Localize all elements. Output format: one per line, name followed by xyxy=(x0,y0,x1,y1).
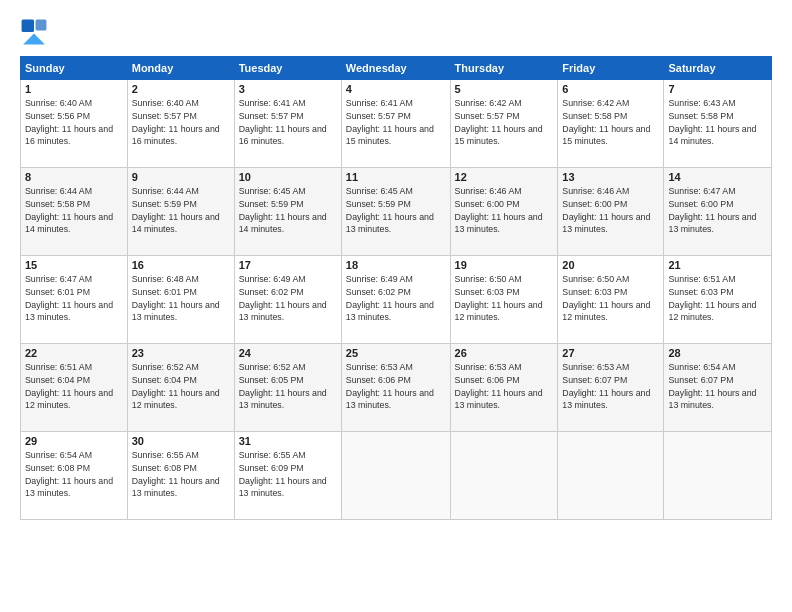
calendar-cell: 30 Sunrise: 6:55 AMSunset: 6:08 PMDaylig… xyxy=(127,432,234,520)
weekday-header-tuesday: Tuesday xyxy=(234,57,341,80)
calendar-week-5: 29 Sunrise: 6:54 AMSunset: 6:08 PMDaylig… xyxy=(21,432,772,520)
day-number: 23 xyxy=(132,347,230,359)
day-info: Sunrise: 6:47 AMSunset: 6:01 PMDaylight:… xyxy=(25,274,113,322)
calendar-cell xyxy=(664,432,772,520)
day-number: 27 xyxy=(562,347,659,359)
day-info: Sunrise: 6:43 AMSunset: 5:58 PMDaylight:… xyxy=(668,98,756,146)
calendar-cell: 3 Sunrise: 6:41 AMSunset: 5:57 PMDayligh… xyxy=(234,80,341,168)
calendar-cell: 27 Sunrise: 6:53 AMSunset: 6:07 PMDaylig… xyxy=(558,344,664,432)
svg-rect-1 xyxy=(36,20,47,31)
day-info: Sunrise: 6:44 AMSunset: 5:59 PMDaylight:… xyxy=(132,186,220,234)
calendar-cell: 29 Sunrise: 6:54 AMSunset: 6:08 PMDaylig… xyxy=(21,432,128,520)
day-number: 19 xyxy=(455,259,554,271)
calendar-cell: 25 Sunrise: 6:53 AMSunset: 6:06 PMDaylig… xyxy=(341,344,450,432)
day-number: 28 xyxy=(668,347,767,359)
calendar-cell: 7 Sunrise: 6:43 AMSunset: 5:58 PMDayligh… xyxy=(664,80,772,168)
weekday-header-row: SundayMondayTuesdayWednesdayThursdayFrid… xyxy=(21,57,772,80)
day-info: Sunrise: 6:45 AMSunset: 5:59 PMDaylight:… xyxy=(239,186,327,234)
calendar-cell: 18 Sunrise: 6:49 AMSunset: 6:02 PMDaylig… xyxy=(341,256,450,344)
day-number: 21 xyxy=(668,259,767,271)
calendar-cell: 22 Sunrise: 6:51 AMSunset: 6:04 PMDaylig… xyxy=(21,344,128,432)
day-number: 1 xyxy=(25,83,123,95)
day-number: 18 xyxy=(346,259,446,271)
calendar-cell: 24 Sunrise: 6:52 AMSunset: 6:05 PMDaylig… xyxy=(234,344,341,432)
day-info: Sunrise: 6:54 AMSunset: 6:07 PMDaylight:… xyxy=(668,362,756,410)
day-info: Sunrise: 6:41 AMSunset: 5:57 PMDaylight:… xyxy=(239,98,327,146)
calendar-cell xyxy=(558,432,664,520)
calendar-cell: 20 Sunrise: 6:50 AMSunset: 6:03 PMDaylig… xyxy=(558,256,664,344)
day-info: Sunrise: 6:55 AMSunset: 6:08 PMDaylight:… xyxy=(132,450,220,498)
day-info: Sunrise: 6:45 AMSunset: 5:59 PMDaylight:… xyxy=(346,186,434,234)
day-info: Sunrise: 6:51 AMSunset: 6:04 PMDaylight:… xyxy=(25,362,113,410)
day-info: Sunrise: 6:54 AMSunset: 6:08 PMDaylight:… xyxy=(25,450,113,498)
svg-marker-2 xyxy=(23,34,45,45)
day-number: 2 xyxy=(132,83,230,95)
day-number: 4 xyxy=(346,83,446,95)
day-number: 8 xyxy=(25,171,123,183)
calendar-cell: 26 Sunrise: 6:53 AMSunset: 6:06 PMDaylig… xyxy=(450,344,558,432)
weekday-header-wednesday: Wednesday xyxy=(341,57,450,80)
calendar-cell: 9 Sunrise: 6:44 AMSunset: 5:59 PMDayligh… xyxy=(127,168,234,256)
calendar-cell: 10 Sunrise: 6:45 AMSunset: 5:59 PMDaylig… xyxy=(234,168,341,256)
day-info: Sunrise: 6:40 AMSunset: 5:57 PMDaylight:… xyxy=(132,98,220,146)
calendar-cell: 31 Sunrise: 6:55 AMSunset: 6:09 PMDaylig… xyxy=(234,432,341,520)
day-info: Sunrise: 6:46 AMSunset: 6:00 PMDaylight:… xyxy=(455,186,543,234)
day-info: Sunrise: 6:53 AMSunset: 6:07 PMDaylight:… xyxy=(562,362,650,410)
day-number: 11 xyxy=(346,171,446,183)
calendar-cell: 16 Sunrise: 6:48 AMSunset: 6:01 PMDaylig… xyxy=(127,256,234,344)
day-info: Sunrise: 6:42 AMSunset: 5:58 PMDaylight:… xyxy=(562,98,650,146)
day-info: Sunrise: 6:44 AMSunset: 5:58 PMDaylight:… xyxy=(25,186,113,234)
day-number: 25 xyxy=(346,347,446,359)
day-info: Sunrise: 6:47 AMSunset: 6:00 PMDaylight:… xyxy=(668,186,756,234)
day-number: 14 xyxy=(668,171,767,183)
day-number: 15 xyxy=(25,259,123,271)
calendar-cell: 21 Sunrise: 6:51 AMSunset: 6:03 PMDaylig… xyxy=(664,256,772,344)
day-number: 17 xyxy=(239,259,337,271)
calendar-cell: 2 Sunrise: 6:40 AMSunset: 5:57 PMDayligh… xyxy=(127,80,234,168)
day-info: Sunrise: 6:40 AMSunset: 5:56 PMDaylight:… xyxy=(25,98,113,146)
calendar-week-3: 15 Sunrise: 6:47 AMSunset: 6:01 PMDaylig… xyxy=(21,256,772,344)
header xyxy=(20,18,772,46)
day-number: 16 xyxy=(132,259,230,271)
day-info: Sunrise: 6:50 AMSunset: 6:03 PMDaylight:… xyxy=(562,274,650,322)
day-number: 6 xyxy=(562,83,659,95)
day-number: 10 xyxy=(239,171,337,183)
day-info: Sunrise: 6:52 AMSunset: 6:05 PMDaylight:… xyxy=(239,362,327,410)
calendar-cell: 13 Sunrise: 6:46 AMSunset: 6:00 PMDaylig… xyxy=(558,168,664,256)
page: SundayMondayTuesdayWednesdayThursdayFrid… xyxy=(0,0,792,612)
day-info: Sunrise: 6:48 AMSunset: 6:01 PMDaylight:… xyxy=(132,274,220,322)
calendar-week-4: 22 Sunrise: 6:51 AMSunset: 6:04 PMDaylig… xyxy=(21,344,772,432)
day-number: 7 xyxy=(668,83,767,95)
calendar-cell: 1 Sunrise: 6:40 AMSunset: 5:56 PMDayligh… xyxy=(21,80,128,168)
calendar-cell: 23 Sunrise: 6:52 AMSunset: 6:04 PMDaylig… xyxy=(127,344,234,432)
logo-icon xyxy=(20,18,48,46)
weekday-header-monday: Monday xyxy=(127,57,234,80)
day-number: 31 xyxy=(239,435,337,447)
logo xyxy=(20,18,52,46)
day-number: 20 xyxy=(562,259,659,271)
day-info: Sunrise: 6:49 AMSunset: 6:02 PMDaylight:… xyxy=(239,274,327,322)
day-number: 24 xyxy=(239,347,337,359)
day-number: 13 xyxy=(562,171,659,183)
calendar-cell: 14 Sunrise: 6:47 AMSunset: 6:00 PMDaylig… xyxy=(664,168,772,256)
calendar-table: SundayMondayTuesdayWednesdayThursdayFrid… xyxy=(20,56,772,520)
calendar-cell: 5 Sunrise: 6:42 AMSunset: 5:57 PMDayligh… xyxy=(450,80,558,168)
day-number: 30 xyxy=(132,435,230,447)
calendar-cell: 8 Sunrise: 6:44 AMSunset: 5:58 PMDayligh… xyxy=(21,168,128,256)
day-number: 12 xyxy=(455,171,554,183)
day-info: Sunrise: 6:51 AMSunset: 6:03 PMDaylight:… xyxy=(668,274,756,322)
calendar-cell xyxy=(450,432,558,520)
weekday-header-saturday: Saturday xyxy=(664,57,772,80)
calendar-cell: 17 Sunrise: 6:49 AMSunset: 6:02 PMDaylig… xyxy=(234,256,341,344)
day-info: Sunrise: 6:49 AMSunset: 6:02 PMDaylight:… xyxy=(346,274,434,322)
day-info: Sunrise: 6:50 AMSunset: 6:03 PMDaylight:… xyxy=(455,274,543,322)
day-info: Sunrise: 6:53 AMSunset: 6:06 PMDaylight:… xyxy=(455,362,543,410)
day-number: 29 xyxy=(25,435,123,447)
day-info: Sunrise: 6:46 AMSunset: 6:00 PMDaylight:… xyxy=(562,186,650,234)
calendar-cell xyxy=(341,432,450,520)
calendar-cell: 15 Sunrise: 6:47 AMSunset: 6:01 PMDaylig… xyxy=(21,256,128,344)
weekday-header-thursday: Thursday xyxy=(450,57,558,80)
day-info: Sunrise: 6:42 AMSunset: 5:57 PMDaylight:… xyxy=(455,98,543,146)
day-number: 5 xyxy=(455,83,554,95)
calendar-cell: 19 Sunrise: 6:50 AMSunset: 6:03 PMDaylig… xyxy=(450,256,558,344)
